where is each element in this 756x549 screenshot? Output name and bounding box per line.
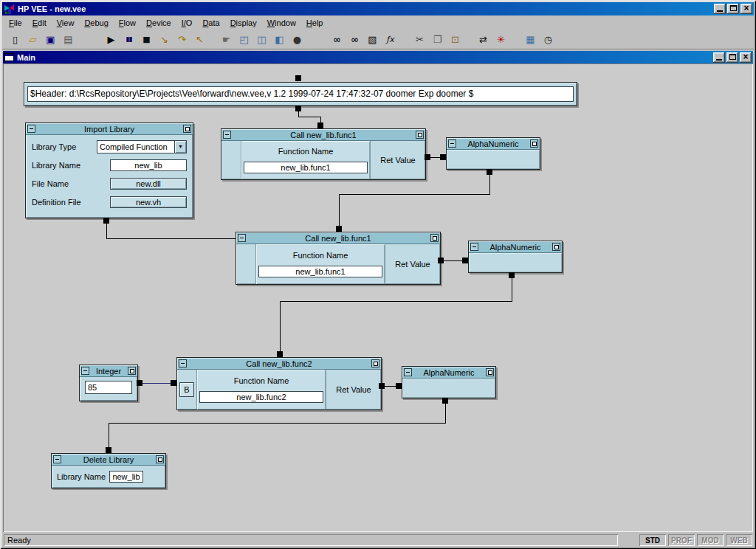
- object-menu-icon[interactable]: [156, 455, 164, 463]
- picture-frame-icon[interactable]: ▦: [522, 31, 539, 48]
- maximize-button[interactable]: [727, 4, 739, 14]
- function-icon[interactable]: ƒx: [382, 31, 399, 48]
- globe-icon[interactable]: ●: [289, 31, 306, 48]
- panel-icon[interactable]: ◰: [236, 31, 252, 48]
- menu-item[interactable]: File: [4, 16, 27, 30]
- alphanumeric-object-1[interactable]: AlphaNumeric: [446, 137, 540, 170]
- call3-seq-in-pin[interactable]: [277, 351, 283, 357]
- swap-arrows-icon[interactable]: ⇄: [475, 31, 492, 48]
- menu-item[interactable]: View: [52, 16, 80, 30]
- close-button[interactable]: [740, 4, 752, 14]
- function-name-input[interactable]: new_lib.func1: [244, 162, 368, 173]
- object-titlebar[interactable]: Import Library: [26, 123, 193, 135]
- object-menu-icon[interactable]: [128, 367, 136, 375]
- object-titlebar[interactable]: Call new_lib.func1: [221, 129, 425, 141]
- library-name-input[interactable]: new_lib: [110, 159, 187, 171]
- minimize-icon[interactable]: [404, 368, 412, 376]
- minimize-icon[interactable]: [223, 131, 231, 139]
- main-window-titlebar[interactable]: Main: [3, 51, 753, 63]
- object-titlebar[interactable]: AlphaNumeric: [469, 241, 562, 253]
- binoculars-page-icon[interactable]: ∞: [346, 31, 363, 48]
- menu-item[interactable]: Edit: [27, 16, 52, 30]
- new-document-icon[interactable]: ▯: [7, 31, 24, 48]
- object-menu-icon[interactable]: [183, 125, 191, 133]
- object-titlebar[interactable]: AlphaNumeric: [402, 367, 495, 379]
- object-menu-icon[interactable]: [486, 368, 494, 376]
- object-titlebar[interactable]: Delete Library: [52, 454, 165, 466]
- object-titlebar[interactable]: Call new_lib.func2: [177, 358, 381, 370]
- call-func1-object-2[interactable]: Call new_lib.func1 Function Name new_lib…: [236, 232, 441, 285]
- alphanumeric-object-2[interactable]: AlphaNumeric: [468, 241, 563, 273]
- floppy-disk-icon[interactable]: ▣: [42, 31, 59, 48]
- minimize-icon[interactable]: [53, 455, 61, 463]
- header-note-object[interactable]: $Header: d:\RcsRepository\E\Projects\Vee…: [24, 82, 577, 106]
- call-func1-object-1[interactable]: Call new_lib.func1 Function Name new_lib…: [221, 128, 426, 180]
- call2-seq-in-pin[interactable]: [336, 226, 342, 232]
- file-name-field[interactable]: new.dll: [110, 178, 187, 190]
- paste-icon[interactable]: ⊡: [447, 31, 464, 48]
- object-menu-icon[interactable]: [416, 131, 424, 139]
- call3-ret-out-pin[interactable]: [379, 383, 385, 389]
- alpha2-data-in-pin[interactable]: [462, 258, 468, 263]
- header-seq-in-pin[interactable]: [295, 75, 301, 81]
- menu-item[interactable]: Debug: [79, 16, 113, 30]
- panel-link-icon[interactable]: ◫: [253, 31, 270, 48]
- burst-icon[interactable]: ✳: [492, 31, 509, 48]
- call1-seq-in-pin[interactable]: [317, 122, 323, 128]
- alpha3-seq-out-pin[interactable]: [442, 398, 448, 404]
- menu-item[interactable]: Window: [262, 16, 301, 30]
- alpha1-data-in-pin[interactable]: [440, 154, 446, 160]
- minimize-icon[interactable]: [238, 234, 246, 242]
- minimize-icon[interactable]: [179, 359, 187, 367]
- main-maximize-button[interactable]: [726, 52, 738, 63]
- open-folder-icon[interactable]: ▱: [24, 31, 41, 48]
- integer-value-input[interactable]: 85: [85, 381, 132, 394]
- step-into-icon[interactable]: ↘: [156, 31, 173, 48]
- object-menu-icon[interactable]: [530, 139, 538, 148]
- header-text-input[interactable]: $Header: d:\RcsRepository\E\Projects\Vee…: [27, 86, 574, 102]
- scissors-icon[interactable]: ✂: [411, 31, 428, 48]
- step-out-icon[interactable]: ↖: [191, 31, 208, 48]
- menu-item[interactable]: Flow: [114, 16, 141, 30]
- minimize-button[interactable]: [714, 4, 726, 14]
- binoculars-icon[interactable]: ∞: [329, 31, 346, 48]
- alphanumeric-object-3[interactable]: AlphaNumeric: [402, 366, 496, 398]
- menu-item[interactable]: Device: [141, 16, 176, 30]
- input-terminal-b[interactable]: B: [179, 382, 194, 397]
- menu-item[interactable]: I/O: [176, 16, 198, 30]
- library-type-select[interactable]: Compiled Function: [97, 140, 187, 153]
- header-seq-out-pin[interactable]: [295, 106, 301, 111]
- integer-object[interactable]: Integer 85: [79, 365, 138, 401]
- minimize-icon[interactable]: [81, 367, 89, 375]
- call2-ret-out-pin[interactable]: [438, 258, 444, 263]
- object-titlebar[interactable]: AlphaNumeric: [447, 138, 540, 150]
- minimize-icon[interactable]: [27, 125, 35, 133]
- menu-item[interactable]: Data: [197, 16, 224, 30]
- window-titlebar[interactable]: HP VEE - new.vee: [2, 2, 754, 15]
- definition-file-field[interactable]: new.vh: [110, 196, 187, 208]
- object-menu-icon[interactable]: [430, 234, 439, 242]
- import-seq-out-pin[interactable]: [103, 218, 109, 224]
- delete-seq-in-pin[interactable]: [106, 447, 111, 453]
- stop-icon[interactable]: ■: [138, 31, 155, 48]
- alpha2-seq-out-pin[interactable]: [509, 272, 515, 278]
- delete-library-object[interactable]: Delete Library Library Name new_lib: [51, 453, 166, 488]
- function-name-input[interactable]: new_lib.func2: [199, 391, 323, 403]
- object-titlebar[interactable]: Integer: [80, 365, 137, 377]
- copy-icon[interactable]: ❐: [429, 31, 446, 48]
- object-titlebar[interactable]: Call new_lib.func1: [236, 232, 440, 244]
- minimize-icon[interactable]: [470, 243, 478, 251]
- run-icon[interactable]: ▶: [103, 31, 120, 48]
- library-name-input[interactable]: new_lib: [109, 471, 143, 483]
- alpha1-seq-out-pin[interactable]: [487, 169, 492, 175]
- main-close-button[interactable]: [740, 52, 752, 63]
- object-menu-icon[interactable]: [371, 359, 379, 367]
- alpha3-data-in-pin[interactable]: [396, 383, 402, 389]
- function-name-input[interactable]: new_lib.func1: [258, 266, 382, 277]
- minimize-icon[interactable]: [448, 139, 456, 148]
- canvas[interactable]: $Header: d:\RcsRepository\E\Projects\Vee…: [3, 63, 753, 532]
- hand-icon[interactable]: ☛: [218, 31, 235, 48]
- menu-item[interactable]: Help: [301, 16, 329, 30]
- object-menu-icon[interactable]: [552, 243, 560, 251]
- call1-ret-out-pin[interactable]: [425, 154, 430, 160]
